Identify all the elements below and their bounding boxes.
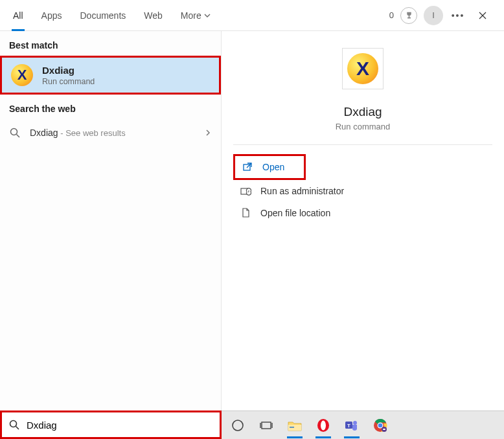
svg-point-3 [10,421,17,427]
tab-more[interactable]: More [173,0,218,30]
result-subtitle: Run command [42,77,95,86]
web-search-result[interactable]: Dxdiag - See web results [0,119,221,146]
opera-icon[interactable] [314,416,333,435]
close-button[interactable] [473,6,492,25]
rewards-icon[interactable] [400,7,417,24]
search-box[interactable] [0,411,222,439]
svg-point-15 [378,423,383,427]
chevron-right-icon [204,129,212,137]
web-result-text: Dxdiag - See web results [30,128,195,138]
dxdiag-icon: X [11,64,33,86]
results-panel: Best match X Dxdiag Run command Search t… [0,31,222,439]
detail-title: Dxdiag [343,105,382,119]
tab-all[interactable]: All [5,0,31,30]
search-icon [9,127,21,139]
header-bar: All Apps Documents Web More 0 I ••• [0,0,504,31]
filter-tabs: All Apps Documents Web More [5,0,218,30]
chevron-down-icon [204,12,211,19]
svg-point-4 [233,420,243,431]
detail-subtitle: Run command [336,122,391,131]
tab-documents[interactable]: Documents [72,0,133,30]
tab-apps[interactable]: Apps [34,0,70,30]
chrome-icon[interactable] [371,416,390,435]
svg-point-0 [11,129,17,135]
open-icon [242,161,253,173]
svg-point-12 [353,421,357,425]
task-view-icon[interactable] [257,416,276,435]
admin-icon [240,185,251,197]
result-title: Dxdiag [42,65,95,76]
user-avatar[interactable]: I [424,6,443,25]
file-location-icon [240,207,251,219]
svg-rect-7 [290,427,294,428]
svg-text:T: T [347,422,350,428]
more-options-icon[interactable]: ••• [450,10,466,21]
taskbar: T [222,411,504,439]
svg-point-9 [321,420,326,430]
rewards-points: 0 [389,10,394,20]
open-action[interactable]: Open [235,156,291,178]
svg-rect-5 [262,422,271,429]
close-icon [478,11,487,20]
detail-app-icon-frame: X [342,48,384,89]
search-icon [8,419,20,431]
run-as-admin-action[interactable]: Run as administrator [233,180,492,202]
svg-rect-17 [383,429,385,430]
best-match-label: Best match [0,31,221,56]
search-input[interactable] [27,420,213,431]
file-explorer-icon[interactable] [285,416,304,435]
details-panel: X Dxdiag Run command Open Run as adminis… [222,31,504,439]
search-web-label: Search the web [0,95,221,119]
teams-icon[interactable]: T [342,416,361,435]
cortana-icon[interactable] [228,416,247,435]
tab-web[interactable]: Web [136,0,170,30]
dxdiag-icon: X [347,53,378,84]
open-file-location-action[interactable]: Open file location [233,202,492,224]
best-match-result[interactable]: X Dxdiag Run command [2,58,219,93]
